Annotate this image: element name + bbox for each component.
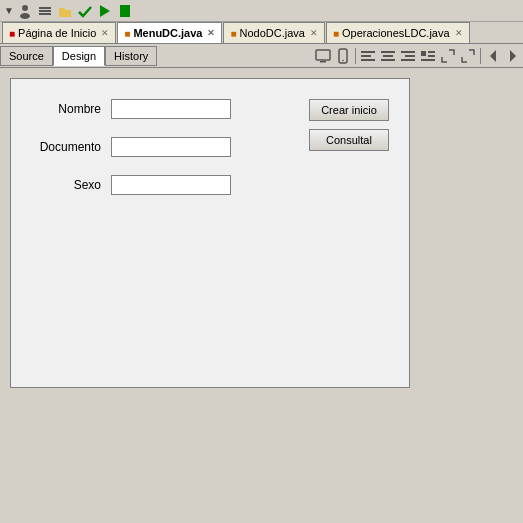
nombre-field[interactable] bbox=[111, 99, 231, 119]
tab-menu[interactable]: ■ MenuDC.java ✕ bbox=[117, 22, 222, 43]
svg-rect-12 bbox=[361, 55, 371, 57]
tab-pagina-label: Página de Inicio bbox=[18, 27, 96, 39]
tab-operaciones[interactable]: ■ OperacionesLDC.java ✕ bbox=[326, 22, 470, 43]
check-icon[interactable] bbox=[76, 2, 94, 20]
canvas-area: Crear inicio Consultal Nombre Documento … bbox=[0, 68, 523, 501]
sexo-row: Sexo bbox=[31, 175, 389, 195]
toolbar-separator-1 bbox=[355, 48, 356, 64]
stop-icon[interactable] bbox=[116, 2, 134, 20]
mobile-icon[interactable] bbox=[333, 46, 353, 66]
expand-icon[interactable] bbox=[438, 46, 458, 66]
svg-rect-15 bbox=[383, 55, 393, 57]
tab-history-label: History bbox=[114, 50, 148, 62]
back-icon[interactable] bbox=[483, 46, 503, 66]
tab-operaciones-label: OperacionesLDC.java bbox=[342, 27, 450, 39]
tab-nodo-icon: ■ bbox=[230, 28, 236, 39]
play-icon[interactable] bbox=[96, 2, 114, 20]
svg-rect-19 bbox=[401, 59, 415, 61]
top-right-buttons: Crear inicio Consultal bbox=[309, 99, 389, 151]
svg-rect-3 bbox=[39, 10, 51, 12]
user-icon[interactable] bbox=[16, 2, 34, 20]
tab-pagina-close[interactable]: ✕ bbox=[101, 28, 109, 38]
svg-point-1 bbox=[20, 13, 30, 19]
design-canvas: Crear inicio Consultal Nombre Documento … bbox=[10, 78, 410, 388]
tab-design-label: Design bbox=[62, 50, 96, 62]
tab-design[interactable]: Design bbox=[53, 46, 105, 66]
documento-label: Documento bbox=[31, 140, 101, 154]
svg-rect-14 bbox=[381, 51, 395, 53]
svg-marker-5 bbox=[100, 5, 110, 17]
svg-rect-4 bbox=[39, 13, 51, 15]
tab-source[interactable]: Source bbox=[0, 46, 53, 66]
svg-rect-11 bbox=[361, 51, 375, 53]
svg-marker-6 bbox=[120, 5, 130, 17]
svg-rect-18 bbox=[405, 55, 415, 57]
svg-rect-13 bbox=[361, 59, 375, 61]
tab-menu-label: MenuDC.java bbox=[133, 27, 202, 39]
nombre-label: Nombre bbox=[31, 102, 101, 116]
svg-rect-2 bbox=[39, 7, 51, 9]
tab-menu-close[interactable]: ✕ bbox=[207, 28, 215, 38]
svg-rect-20 bbox=[421, 51, 426, 56]
tab-nodo-label: NodoDC.java bbox=[240, 27, 305, 39]
align-center-icon[interactable] bbox=[378, 46, 398, 66]
preview-icon[interactable] bbox=[313, 46, 333, 66]
sexo-field[interactable] bbox=[111, 175, 231, 195]
file-tabs-row: ■ Página de Inicio ✕ ■ MenuDC.java ✕ ■ N… bbox=[0, 22, 523, 44]
svg-point-10 bbox=[342, 59, 344, 61]
svg-rect-21 bbox=[428, 51, 435, 53]
forward-icon[interactable] bbox=[503, 46, 523, 66]
tab-nodo-close[interactable]: ✕ bbox=[310, 28, 318, 38]
nav-left-icon[interactable] bbox=[36, 2, 54, 20]
tab-nodo[interactable]: ■ NodoDC.java ✕ bbox=[223, 22, 324, 43]
svg-point-0 bbox=[22, 5, 28, 11]
crear-inicio-button[interactable]: Crear inicio bbox=[309, 99, 389, 121]
shrink-icon[interactable] bbox=[458, 46, 478, 66]
documento-field[interactable] bbox=[111, 137, 231, 157]
tab-source-label: Source bbox=[9, 50, 44, 62]
svg-rect-23 bbox=[421, 59, 435, 61]
align-left-icon[interactable] bbox=[358, 46, 378, 66]
sexo-label: Sexo bbox=[31, 178, 101, 192]
tab-pagina[interactable]: ■ Página de Inicio ✕ bbox=[2, 22, 116, 43]
toolbar-separator-2 bbox=[480, 48, 481, 64]
tab-pagina-icon: ■ bbox=[9, 28, 15, 39]
svg-rect-22 bbox=[428, 55, 435, 57]
svg-rect-8 bbox=[320, 61, 326, 63]
address-bar-icon: ▼ bbox=[4, 5, 14, 16]
tab-menu-icon: ■ bbox=[124, 28, 130, 39]
svg-rect-17 bbox=[401, 51, 415, 53]
align-justify-icon[interactable] bbox=[418, 46, 438, 66]
svg-rect-16 bbox=[381, 59, 395, 61]
svg-marker-25 bbox=[510, 50, 516, 62]
tab-operaciones-close[interactable]: ✕ bbox=[455, 28, 463, 38]
top-toolbar: ▼ bbox=[0, 0, 523, 22]
tab-history[interactable]: History bbox=[105, 46, 157, 66]
tab-operaciones-icon: ■ bbox=[333, 28, 339, 39]
align-right-icon[interactable] bbox=[398, 46, 418, 66]
consultar-button[interactable]: Consultal bbox=[309, 129, 389, 151]
folder-icon[interactable] bbox=[56, 2, 74, 20]
svg-rect-7 bbox=[316, 50, 330, 60]
svg-marker-24 bbox=[490, 50, 496, 62]
